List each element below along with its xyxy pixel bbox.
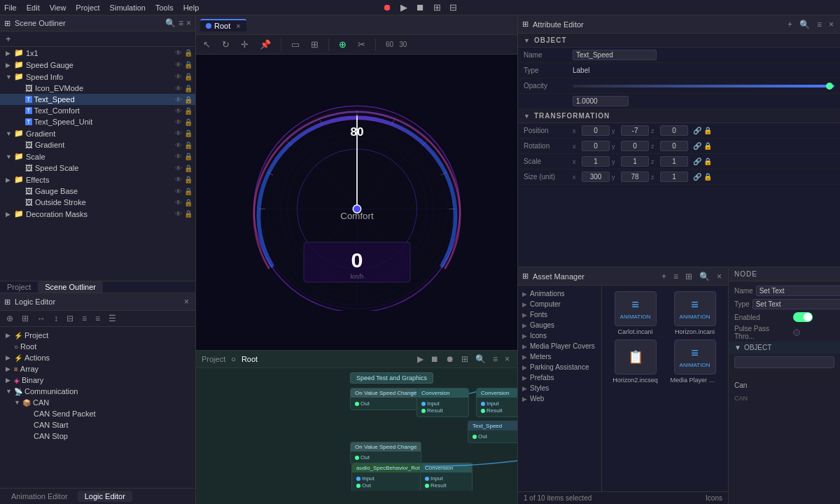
menu-project[interactable]: Project	[76, 4, 99, 12]
transport-btn1[interactable]: ⊞	[431, 1, 443, 13]
logic-item-binary[interactable]: ▶ ◈ Binary	[0, 374, 195, 386]
attr-scale-y[interactable]	[621, 156, 649, 167]
menu-view[interactable]: View	[50, 4, 66, 12]
attr-add[interactable]: +	[785, 19, 794, 30]
attr-pos-x[interactable]	[582, 125, 610, 136]
asset-grid-view[interactable]: ⊞	[683, 271, 694, 282]
tree-item-gradient[interactable]: ▼ 📁 Gradient 👁🔒	[0, 127, 195, 139]
tree-item-text-comfort[interactable]: T Text_Comfort 👁🔒	[0, 105, 195, 116]
logic-tool-8[interactable]: ☰	[106, 313, 118, 324]
logic-tool-5[interactable]: ⊟	[64, 313, 76, 324]
attr-size-x[interactable]	[582, 172, 610, 182]
menu-file[interactable]: File	[4, 4, 17, 12]
scene-outliner-close[interactable]: ×	[186, 18, 191, 28]
vp-anchor-tool[interactable]: ⊕	[336, 38, 349, 51]
logic-tool-7[interactable]: ≡	[93, 313, 102, 324]
attr-name-input[interactable]	[573, 50, 657, 60]
logic-item-root[interactable]: ○ Root	[0, 341, 195, 352]
logic-canvas-grid[interactable]: ⊞	[459, 354, 470, 365]
logic-canvas-play[interactable]: ▶	[415, 354, 426, 365]
tab-scene-outliner[interactable]: Scene Outliner	[38, 281, 103, 293]
transport-stop[interactable]: ⏹	[414, 1, 427, 13]
logic-item-can-stop[interactable]: CAN Stop	[0, 430, 195, 442]
asset-cat-computer[interactable]: ▶ Computer	[518, 299, 601, 309]
attr-scale-z[interactable]	[660, 156, 688, 167]
asset-search[interactable]: 🔍	[697, 271, 712, 282]
logic-close[interactable]: ×	[182, 296, 191, 307]
logic-canvas-record[interactable]: ⏺	[444, 354, 456, 365]
logic-item-project[interactable]: ▶ ⚡ Project	[0, 330, 195, 341]
node-conversion-2[interactable]: Conversion Input Result	[476, 388, 517, 417]
tab-project[interactable]: Project	[0, 281, 38, 293]
tab-animation-editor[interactable]: Animation Editor	[4, 491, 75, 502]
tree-item-speed-gauge[interactable]: ▶ 📁 Speed Gauge 👁🔒	[0, 59, 195, 71]
tree-item-outside-stroke[interactable]: 🖼 Outside Stroke 👁🔒	[0, 197, 195, 208]
asset-card-media[interactable]: ≡ ANIMATION Media Player Copy...	[667, 340, 722, 384]
attr-rot-z[interactable]	[660, 141, 688, 151]
node-type-input[interactable]	[752, 299, 840, 309]
tree-item-decoration-masks[interactable]: ▶ 📁 Decoration Masks 👁🔒	[0, 208, 195, 220]
attr-rot-y[interactable]	[621, 141, 649, 151]
logic-canvas-stop[interactable]: ⏹	[428, 354, 441, 365]
logic-item-can-start[interactable]: CAN Start	[0, 419, 195, 430]
asset-cat-prefabs[interactable]: ▶ Prefabs	[518, 372, 601, 383]
tree-item-speed-scale[interactable]: 🖼 Speed Scale 👁🔒	[0, 162, 195, 174]
vp-clip-tool[interactable]: ✂	[355, 38, 368, 51]
transport-record[interactable]: ⏺	[381, 1, 394, 13]
node-object-section-header[interactable]: ▼ OBJECT	[729, 342, 840, 354]
asset-cat-fonts[interactable]: ▶ Fonts	[518, 309, 601, 320]
node-conversion-lower[interactable]: Conversion Input Result	[420, 463, 472, 491]
logic-canvas-close[interactable]: ×	[503, 354, 512, 365]
scene-outliner-search[interactable]: 🔍	[165, 18, 176, 28]
tree-item-scale[interactable]: ▼ 📁 Scale 👁🔒	[0, 150, 195, 162]
asset-cat-media[interactable]: ▶ Media Player Covers	[518, 341, 601, 351]
asset-cat-parking[interactable]: ▶ Parking Assistance	[518, 362, 601, 372]
add-object-button[interactable]: +	[6, 34, 11, 44]
node-value-speed-change[interactable]: On Value Speed Change Out	[350, 388, 421, 410]
section-object[interactable]: ▼ OBJECT	[518, 34, 840, 48]
attr-search[interactable]: 🔍	[797, 19, 812, 30]
logic-canvas-project-tab[interactable]: Project	[202, 355, 225, 363]
vp-select-tool[interactable]: ↖	[200, 38, 214, 51]
vp-pin-tool[interactable]: 📌	[257, 38, 274, 51]
attr-pos-z[interactable]	[660, 125, 688, 136]
tree-item-gradient-inner[interactable]: 🖼 Gradient 👁🔒	[0, 139, 195, 150]
viewport-tab-root[interactable]: Root ×	[200, 19, 246, 31]
logic-tool-6[interactable]: ≡	[80, 313, 89, 324]
attr-size-z[interactable]	[660, 172, 688, 182]
opacity-slider-track[interactable]	[573, 85, 834, 88]
section-transformation[interactable]: ▼ TRANSFORMATION	[518, 109, 840, 123]
tab-logic-editor[interactable]: Logic Editor	[78, 491, 132, 502]
node-value-speed-change-2[interactable]: On Value Speed Change Out	[350, 442, 421, 464]
tree-item-text-speed[interactable]: T Text_Speed 👁🔒	[0, 94, 195, 105]
vp-rotate-tool[interactable]: ↻	[219, 38, 232, 51]
logic-canvas-filter[interactable]: ≡	[491, 354, 500, 365]
scene-outliner-filter[interactable]: ≡	[178, 18, 183, 28]
transport-btn2[interactable]: ⊟	[447, 1, 459, 13]
logic-item-actions[interactable]: ▶ ⚡ Actions	[0, 352, 195, 363]
asset-cat-gauges[interactable]: ▶ Gauges	[518, 320, 601, 330]
logic-canvas-root-tab[interactable]: Root	[241, 355, 258, 363]
attr-rot-x[interactable]	[582, 141, 610, 151]
transport-play[interactable]: ▶	[398, 1, 410, 13]
logic-item-can[interactable]: ▼ 📦 CAN	[0, 397, 195, 408]
menu-help[interactable]: Help	[183, 4, 200, 12]
asset-card-horizon[interactable]: ≡ ANIMATION Horizon.incani	[667, 291, 722, 335]
asset-cat-animations[interactable]: ▶ Animations	[518, 288, 601, 299]
logic-tool-1[interactable]: ⊕	[4, 313, 15, 324]
logic-canvas-search[interactable]: 🔍	[473, 354, 488, 365]
attr-scale-x[interactable]	[582, 156, 610, 167]
tree-item-1x1[interactable]: ▶ 📁 1x1 👁🔒	[0, 47, 195, 59]
logic-tool-4[interactable]: ↕	[52, 313, 60, 324]
asset-add[interactable]: +	[659, 271, 668, 282]
menu-tools[interactable]: Tools	[155, 4, 174, 12]
vp-move-tool[interactable]: ✛	[238, 38, 251, 51]
tree-item-gauge-base[interactable]: 🖼 Gauge Base 👁🔒	[0, 186, 195, 197]
logic-tool-2[interactable]: ⊞	[20, 313, 31, 324]
attr-pos-y[interactable]	[621, 125, 649, 136]
menu-edit[interactable]: Edit	[27, 4, 40, 12]
node-object-player-input[interactable]	[734, 356, 834, 368]
viewport-tab-close[interactable]: ×	[236, 22, 240, 30]
logic-item-array[interactable]: ▶ ≡ Array	[0, 363, 195, 374]
node-name-input[interactable]	[756, 286, 840, 296]
